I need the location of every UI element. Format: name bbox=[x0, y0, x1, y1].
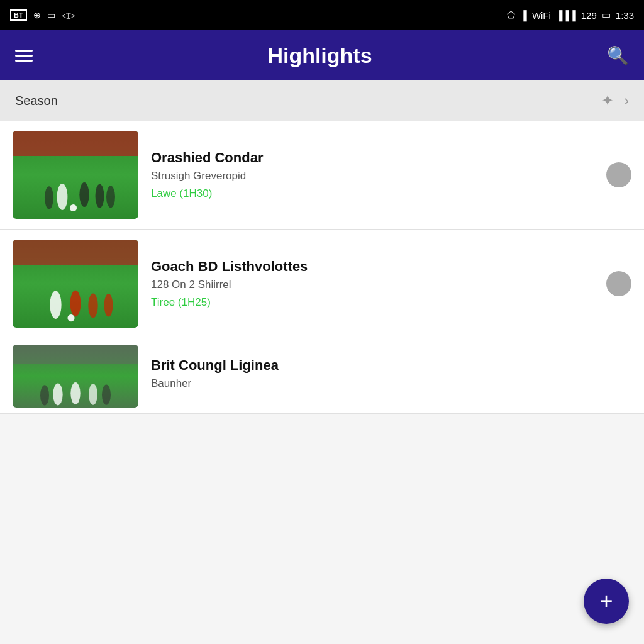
page-title: Highlights bbox=[267, 43, 372, 68]
video-subtitle-1: Strusigh Greveropid bbox=[151, 170, 594, 182]
video-thumbnail-1[interactable] bbox=[13, 131, 138, 219]
video-item[interactable]: Goach BD Listhvolottes 128 On 2 Shiirrel… bbox=[0, 230, 644, 338]
video-more-button-2[interactable] bbox=[606, 271, 631, 296]
hamburger-line-1 bbox=[15, 50, 33, 52]
video-thumbnail-2[interactable] bbox=[13, 240, 138, 328]
battery-icon: ▭ bbox=[602, 9, 611, 21]
video-more-button-1[interactable] bbox=[606, 162, 631, 187]
video-info-1: Orashied Condar Strusigh Greveropid Lawe… bbox=[151, 150, 631, 200]
svg-point-5 bbox=[106, 186, 115, 208]
bt-tv-icon: BT bbox=[10, 9, 27, 21]
svg-point-1 bbox=[57, 184, 68, 210]
season-label: Season bbox=[15, 94, 58, 108]
svg-point-10 bbox=[104, 294, 113, 316]
video-duration-1: Lawe (1H30) bbox=[151, 187, 594, 200]
video-info-3: Brit Coungl Liginea Baunher bbox=[151, 357, 631, 395]
notification-icon: ◁▷ bbox=[62, 10, 75, 20]
hamburger-menu-button[interactable] bbox=[15, 50, 33, 62]
video-info-2: Goach BD Listhvolottes 128 On 2 Shiirrel… bbox=[151, 258, 631, 309]
video-title-1: Orashied Condar bbox=[151, 150, 594, 166]
svg-point-13 bbox=[70, 382, 80, 404]
battery-level: 129 bbox=[581, 10, 597, 21]
video-list: Orashied Condar Strusigh Greveropid Lawe… bbox=[0, 121, 644, 414]
time-display: 1:33 bbox=[616, 10, 634, 21]
svg-point-16 bbox=[102, 384, 111, 404]
svg-point-15 bbox=[40, 385, 49, 405]
fab-add-button[interactable]: + bbox=[584, 579, 629, 624]
chart-icon: ▐ bbox=[520, 10, 527, 21]
video-thumbnail-3[interactable] bbox=[13, 345, 138, 408]
svg-point-14 bbox=[89, 384, 97, 405]
video-title-3: Brit Coungl Liginea bbox=[151, 357, 594, 374]
video-subtitle-3: Baunher bbox=[151, 377, 594, 390]
app-header: Highlights 🔍 bbox=[0, 30, 644, 80]
video-item[interactable]: Brit Coungl Liginea Baunher bbox=[0, 338, 644, 414]
wifi-icon: WiFi bbox=[532, 10, 551, 21]
svg-point-3 bbox=[96, 184, 104, 208]
pentagon-icon: ⬠ bbox=[507, 9, 515, 21]
fab-plus-icon: + bbox=[599, 588, 613, 614]
video-item[interactable]: Orashied Condar Strusigh Greveropid Lawe… bbox=[0, 121, 644, 230]
svg-point-11 bbox=[67, 314, 74, 321]
status-bar-left: BT ⊕ ▭ ◁▷ bbox=[10, 9, 75, 21]
next-season-button[interactable]: › bbox=[624, 92, 629, 109]
page-wrapper: Highlights 🔍 Season ✦ › bbox=[0, 30, 644, 644]
svg-point-8 bbox=[70, 291, 81, 317]
globe-icon: ⊕ bbox=[33, 10, 41, 20]
video-subtitle-2: 128 On 2 Shiirrel bbox=[151, 279, 594, 291]
svg-point-7 bbox=[50, 291, 61, 319]
svg-point-9 bbox=[88, 293, 97, 318]
cast-icon: ▭ bbox=[47, 10, 55, 20]
season-controls: ✦ › bbox=[601, 92, 629, 109]
video-title-2: Goach BD Listhvolottes bbox=[151, 258, 594, 275]
hamburger-line-2 bbox=[15, 55, 33, 57]
status-bar-right: ⬠ ▐ WiFi ▐▐▐ 129 ▭ 1:33 bbox=[507, 9, 634, 21]
season-filter-bar: Season ✦ › bbox=[0, 80, 644, 121]
search-button[interactable]: 🔍 bbox=[607, 45, 629, 66]
video-duration-2: Tiree (1H25) bbox=[151, 296, 594, 309]
signal-icon: ▐▐▐ bbox=[556, 10, 576, 21]
status-bar: BT ⊕ ▭ ◁▷ ⬠ ▐ WiFi ▐▐▐ 129 ▭ 1:33 bbox=[0, 0, 644, 30]
favorites-filter-button[interactable]: ✦ bbox=[601, 92, 614, 109]
hamburger-line-3 bbox=[15, 60, 33, 62]
svg-point-12 bbox=[53, 383, 62, 405]
svg-point-6 bbox=[70, 204, 77, 211]
svg-point-2 bbox=[79, 182, 89, 207]
svg-point-4 bbox=[45, 186, 53, 209]
